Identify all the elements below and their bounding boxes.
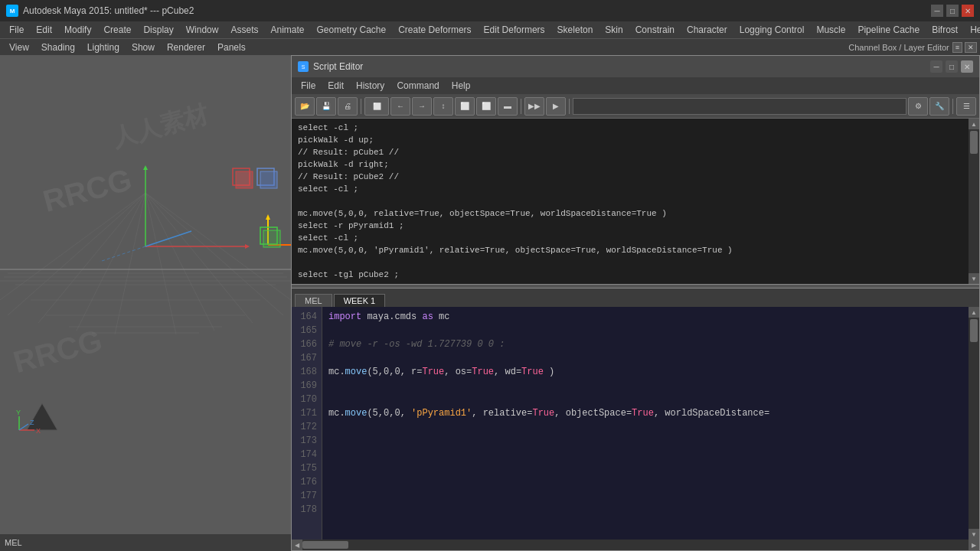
menu-edit[interactable]: Edit xyxy=(30,23,58,37)
se-close-button[interactable]: ✕ xyxy=(961,60,973,73)
se-menu-btn[interactable]: ☰ xyxy=(956,97,976,116)
output-line: pickWalk -d right; xyxy=(298,158,962,171)
secondary-menu-bar: View Shading Lighting Show Renderer Pane… xyxy=(0,38,980,55)
viewport: X Y Z RRCG RRCG 人人素材 MEL xyxy=(0,55,291,551)
code-scroll-up[interactable]: ▲ xyxy=(969,307,979,318)
se-menu-command[interactable]: Command xyxy=(390,79,445,93)
code-line-177 xyxy=(328,489,962,503)
code-scroll-down[interactable]: ▼ xyxy=(969,529,979,540)
menu-show[interactable]: Show xyxy=(126,41,161,54)
menu-bifrost[interactable]: Bifrost xyxy=(926,23,964,37)
menu-muscle[interactable]: Muscle xyxy=(810,23,851,37)
code-line-173 xyxy=(328,434,962,448)
menu-pipeline[interactable]: Pipeline Cache xyxy=(851,23,926,37)
se-output-scrollbar[interactable]: ▲ ▼ xyxy=(969,119,979,284)
se-menu-file[interactable]: File xyxy=(295,79,322,93)
line-num: 178 xyxy=(296,503,317,517)
code-line-171: mc.move(5,0,0, 'pPyramid1', relative=Tru… xyxy=(328,406,962,420)
code-line-167 xyxy=(328,351,962,365)
se-layout-btn2[interactable]: ⬜ xyxy=(476,97,496,116)
menu-shading[interactable]: Shading xyxy=(35,41,81,54)
svg-rect-31 xyxy=(263,230,280,247)
se-tool-btn[interactable]: 🔧 xyxy=(929,97,949,116)
scroll-track[interactable] xyxy=(969,129,979,273)
se-run-btn[interactable]: ▶ xyxy=(546,97,566,116)
menu-edit-deformers[interactable]: Edit Deformers xyxy=(478,23,551,37)
close-button[interactable]: ✕ xyxy=(962,5,974,17)
menu-renderer[interactable]: Renderer xyxy=(161,41,211,54)
menu-skin[interactable]: Skin xyxy=(599,23,629,37)
hscroll-thumb[interactable] xyxy=(302,541,348,549)
viewport-status: MEL xyxy=(5,538,22,547)
se-menu-edit[interactable]: Edit xyxy=(322,79,350,93)
output-line: select -cl ; xyxy=(298,183,962,195)
code-scroll-thumb[interactable] xyxy=(970,319,978,342)
window-controls: ─ □ ✕ xyxy=(931,5,974,17)
menu-create-deformers[interactable]: Create Deformers xyxy=(392,23,477,37)
se-code-panel[interactable]: 164 165 166 167 168 169 170 171 172 173 … xyxy=(292,307,969,540)
se-layout-btn1[interactable]: ⬜ xyxy=(455,97,475,116)
line-num: 171 xyxy=(296,406,317,420)
menu-constrain[interactable]: Constrain xyxy=(629,23,681,37)
menu-view[interactable]: View xyxy=(3,41,35,54)
toolbar-separator-2 xyxy=(521,99,521,114)
line-num: 170 xyxy=(296,393,317,406)
hscroll-track[interactable] xyxy=(302,540,969,550)
maximize-button[interactable]: □ xyxy=(946,5,959,17)
se-split-btn[interactable]: ↕ xyxy=(433,97,453,116)
se-output-panel[interactable]: select -cl ; pickWalk -d up; // Result: … xyxy=(292,119,969,284)
tab-mel[interactable]: MEL xyxy=(295,294,332,307)
menu-panels[interactable]: Panels xyxy=(211,41,252,54)
se-hscroll[interactable]: ◀ ▶ xyxy=(292,540,979,550)
se-open-button[interactable]: 📂 xyxy=(295,97,315,116)
menu-file[interactable]: File xyxy=(3,23,30,37)
se-command-input[interactable] xyxy=(573,98,906,115)
se-save-button[interactable]: 💾 xyxy=(316,97,336,116)
menu-modify[interactable]: Modify xyxy=(58,23,97,37)
menu-lighting[interactable]: Lighting xyxy=(81,41,126,54)
code-line-172 xyxy=(328,420,962,434)
line-num: 174 xyxy=(296,448,317,461)
code-scroll-track[interactable] xyxy=(969,318,979,529)
svg-text:Z: Z xyxy=(30,419,34,426)
se-menu-history[interactable]: History xyxy=(350,79,390,93)
menu-window[interactable]: Window xyxy=(180,23,225,37)
se-menu-help[interactable]: Help xyxy=(446,79,477,93)
se-print-button[interactable]: 🖨 xyxy=(338,97,358,116)
hscroll-left[interactable]: ◀ xyxy=(292,540,302,550)
menu-logging[interactable]: Logging Control xyxy=(733,23,811,37)
scroll-thumb[interactable] xyxy=(970,131,978,154)
se-input-btn[interactable]: ⬜ xyxy=(364,97,389,116)
channel-box-label: Channel Box / Layer Editor xyxy=(848,43,952,52)
menu-animate[interactable]: Animate xyxy=(264,23,310,37)
code-content[interactable]: import maya.cmds as mc # move -r -os -wd… xyxy=(322,307,969,540)
se-code-scrollbar[interactable]: ▲ ▼ xyxy=(969,307,979,540)
menu-help[interactable]: Help xyxy=(964,23,980,37)
code-line-175 xyxy=(328,461,962,475)
menu-skeleton[interactable]: Skeleton xyxy=(551,23,599,37)
hscroll-right[interactable]: ▶ xyxy=(969,540,979,550)
se-layout-btn3[interactable]: ▬ xyxy=(498,97,518,116)
channel-box-close-btn[interactable]: ✕ xyxy=(965,42,977,53)
se-back-btn[interactable]: ← xyxy=(390,97,410,116)
svg-rect-33 xyxy=(236,171,253,188)
output-line xyxy=(298,195,962,207)
se-forward-btn[interactable]: → xyxy=(412,97,432,116)
viewport-bottom-bar: MEL xyxy=(0,534,291,551)
se-minimize-button[interactable]: ─ xyxy=(930,60,942,73)
line-num: 172 xyxy=(296,420,317,434)
se-maximize-button[interactable]: □ xyxy=(946,60,958,73)
tab-week1[interactable]: WEEK 1 xyxy=(334,294,386,307)
se-run-all-btn[interactable]: ▶▶ xyxy=(524,97,544,116)
menu-assets[interactable]: Assets xyxy=(224,23,264,37)
menu-display[interactable]: Display xyxy=(137,23,179,37)
scroll-down-arrow[interactable]: ▼ xyxy=(969,273,979,284)
minimize-button[interactable]: ─ xyxy=(931,5,943,17)
se-settings-btn[interactable]: ⚙ xyxy=(908,97,928,116)
menu-character[interactable]: Character xyxy=(681,23,733,37)
se-code-wrapper: 164 165 166 167 168 169 170 171 172 173 … xyxy=(292,307,979,540)
menu-create[interactable]: Create xyxy=(97,23,137,37)
menu-geometry-cache[interactable]: Geometry Cache xyxy=(311,23,393,37)
channel-box-icon-btn[interactable]: ≡ xyxy=(952,42,962,53)
scroll-up-arrow[interactable]: ▲ xyxy=(969,119,979,129)
